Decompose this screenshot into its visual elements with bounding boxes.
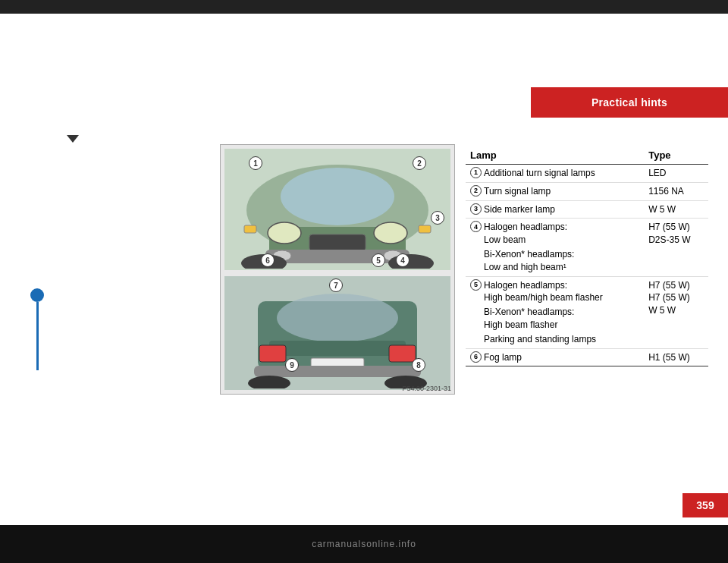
page-number-text: 359 [696,499,714,511]
svg-rect-17 [389,345,416,362]
table-row: 4Halogen headlamps: Low beamBi-Xenon* he… [466,219,708,276]
svg-point-1 [281,168,394,225]
svg-rect-19 [254,366,421,377]
table-row: 2Turn signal lamp1156 NA [466,182,708,200]
diagram-num-4: 4 [396,253,410,267]
svg-point-4 [374,222,407,244]
lamp-name: Additional turn signal lamps [484,167,595,180]
table-row: 1Additional turn signal lampsLED [466,165,708,183]
section-label-text: Practical hints [592,96,667,109]
svg-rect-16 [259,345,286,362]
sidebar-dot [30,288,44,302]
lamp-name: Fog lamp [484,351,522,364]
lamp-name: Side marker lamp [484,203,555,216]
svg-point-20 [248,376,290,388]
type-cell: 1156 NA [644,182,708,200]
table-row: 3Side marker lampW 5 W [466,200,708,219]
svg-point-14 [277,294,398,342]
row-number: 5 [470,279,482,291]
table-header-lamp: Lamp [466,146,644,165]
sidebar-line [36,302,39,370]
watermark-text: carmanualsonline.info [312,539,416,549]
diagram-num-3: 3 [431,211,444,225]
lamp-cell: 4Halogen headlamps: Low beamBi-Xenon* he… [466,219,644,276]
type-cell: H1 (55 W) [644,348,708,366]
type-cell: H7 (55 W) H7 (55 W) W 5 W [644,276,708,348]
bottom-bar: carmanualsonline.info [0,525,728,563]
diagram-num-6: 6 [261,253,275,267]
lamp-cell: 5Halogen headlamps: High beam/high beam … [466,276,644,348]
lamp-cell: 6Fog lamp [466,348,644,366]
svg-rect-15 [269,341,406,356]
diagram-num-2: 2 [413,156,426,170]
lamp-name: Halogen headlamps: Low beam [484,221,567,247]
lamp-cell: 3Side marker lamp [466,200,644,219]
svg-point-3 [268,222,301,244]
diagram-num-5: 5 [372,253,385,267]
svg-rect-11 [244,225,256,233]
table-row: 5Halogen headlamps: High beam/high beam … [466,276,708,348]
diagram-caption: P54.00-2301-31 [402,385,451,392]
type-cell: W 5 W [644,200,708,219]
type-cell: H7 (55 W) D2S-35 W [644,219,708,276]
top-header-bar [0,0,728,14]
diagram-num-8: 8 [412,358,425,372]
svg-rect-5 [309,234,366,251]
svg-rect-12 [419,225,431,233]
diagram-num-1: 1 [249,156,262,170]
lamp-table: Lamp Type 1Additional turn signal lampsL… [466,146,708,366]
diagram-num-9: 9 [285,358,299,372]
table-row: 6Fog lampH1 (55 W) [466,348,708,366]
lamp-name: Turn signal lamp [484,185,551,198]
car-front-view: 1 2 3 4 5 6 [224,149,450,270]
arrow-marker [67,135,79,143]
lamp-cell: 1Additional turn signal lamps [466,165,644,183]
type-cell: LED [644,165,708,183]
lamp-table-container: Lamp Type 1Additional turn signal lampsL… [466,146,708,366]
row-number: 2 [470,185,482,197]
section-label: Practical hints [531,87,728,118]
car-rear-view: 7 8 9 [224,276,450,390]
row-number: 3 [470,203,482,215]
lamp-cell: 2Turn signal lamp [466,182,644,200]
lamp-name-extra: Bi-Xenon* headlamps: High beam flasher [470,306,639,332]
row-number: 4 [470,221,482,232]
car-diagram: 1 2 3 4 5 6 7 8 9 P54. [220,144,455,395]
row-number: 6 [470,351,482,363]
page-number-box: 359 [682,493,728,517]
table-header-type: Type [644,146,708,165]
lamp-name-extra: Bi-Xenon* headlamps: Low and high beam¹ [470,248,639,274]
lamp-name-extra2: Parking and standing lamps [470,333,639,346]
car-rear-svg [228,278,447,388]
row-number: 1 [470,167,482,178]
lamp-name: Halogen headlamps: High beam/high beam f… [484,279,603,305]
diagram-num-7: 7 [329,278,343,292]
